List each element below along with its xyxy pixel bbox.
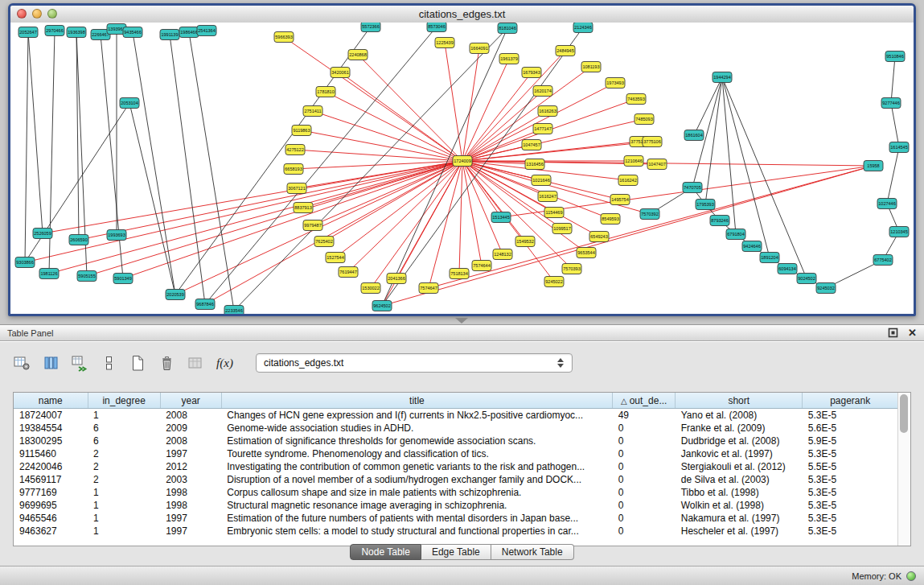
graph-node[interactable]: 1530022 [361,283,380,294]
graph-node[interactable]: 2240868 [348,50,368,60]
column-header-short[interactable]: short [676,393,803,409]
graph-node[interactable]: 1099517 [552,224,572,234]
graph-node[interactable]: 8573046 [427,23,446,32]
graph-node[interactable]: 8837913 [294,203,313,213]
column-header-title[interactable]: title [221,393,612,409]
graph-node[interactable]: 1891204 [760,253,779,263]
graph-node[interactable]: 9510846 [885,51,905,62]
graph-node[interactable]: 1614545 [889,142,909,153]
graph-node[interactable]: 9687846 [195,299,215,310]
graph-node[interactable]: 6094134 [778,264,797,274]
graph-node[interactable]: 1616263 [538,106,557,117]
graph-node[interactable]: 1021646 [532,175,551,186]
graph-node[interactable]: 2233546 [224,306,244,316]
graph-node[interactable]: 1620174 [533,86,552,97]
delete-table-icon[interactable] [156,352,178,374]
graph-node[interactable]: 1477147 [533,124,552,134]
table-row[interactable]: 1938455462009Genome-wide association stu… [14,422,897,435]
zoom-window-button[interactable] [47,9,57,19]
graph-node[interactable]: 9303866 [15,257,35,268]
graph-node[interactable]: 1861604 [684,130,704,141]
minimize-window-button[interactable] [32,9,42,19]
citation-network-graph[interactable]: 1724009122543916640911961379167934316201… [10,23,914,316]
table-row[interactable]: 946554611997Estimation of the future num… [14,512,897,525]
column-header-in-degree[interactable]: in_degree [88,393,160,409]
graph-node[interactable]: 1944294 [713,72,732,83]
graph-node[interactable]: 2606590 [69,235,88,245]
show-columns-icon[interactable] [40,352,62,374]
graph-node[interactable]: 2970466 [45,26,64,36]
graph-node[interactable]: 1081193 [581,62,601,72]
graph-node[interactable]: 9277446 [881,98,901,109]
graph-node[interactable]: 15958 [864,161,883,171]
graph-node[interactable]: 2541364 [197,26,216,36]
graph-node[interactable]: 2053104 [120,98,139,109]
graph-node[interactable]: 1993693 [107,230,126,241]
graph-node[interactable]: 1047457 [522,140,541,150]
graph-node[interactable]: 5572366 [361,23,380,32]
graph-node[interactable]: 7574647 [419,283,438,294]
graph-node[interactable]: 1961379 [499,54,519,64]
graph-node[interactable]: 1154469 [544,208,564,218]
table-row[interactable]: 1872400712008Changes of HCN gene express… [14,409,897,422]
graph-node[interactable]: 7470705 [683,183,702,193]
graph-node[interactable]: 1936398 [67,27,86,38]
close-panel-icon[interactable]: ✕ [908,328,917,338]
graph-node[interactable]: 7570393 [562,264,581,274]
graph-node[interactable]: 2124346 [573,23,593,33]
graph-node[interactable]: 3775106 [643,137,662,147]
network-canvas[interactable]: 1724009122543916640911961379167934316201… [10,23,914,314]
table-settings-icon[interactable] [11,352,33,374]
graph-node[interactable]: 7574644 [472,261,491,271]
graph-node[interactable]: 9979487 [303,220,322,231]
graph-node[interactable]: 1981126 [39,269,59,279]
table-row[interactable]: 1830029562008Estimation of significance … [14,435,897,447]
graph-node[interactable]: 1549532 [515,237,535,247]
graph-node[interactable]: 3067121 [287,183,306,194]
scrollbar-thumb[interactable] [900,394,908,433]
function-builder-icon[interactable]: f(x) [214,352,236,374]
graph-node[interactable]: 9424646 [742,241,762,252]
table-row[interactable]: 946362711997Embryonic stem cells: a mode… [14,525,897,538]
graph-node[interactable]: 1986466 [179,27,199,38]
graph-node[interactable]: 4275122 [285,145,305,155]
graph-node[interactable]: 5905155 [77,271,97,282]
import-table-icon[interactable] [69,352,91,374]
graph-hub-node[interactable]: 1724009 [453,156,472,167]
table-row[interactable]: 911546021997Tourette syndrome. Phenomeno… [14,447,897,460]
graph-node[interactable]: 6549243 [589,232,609,242]
graph-node[interactable]: 1248132 [493,249,512,260]
graph-node[interactable]: 1047407 [647,159,667,170]
graph-node[interactable]: 8549593 [601,214,620,225]
graph-node[interactable]: 1973493 [606,78,625,89]
row-height-icon[interactable] [98,352,120,374]
graph-node[interactable]: 9435466 [123,27,142,38]
graph-node[interactable]: 1027446 [877,199,897,209]
graph-node[interactable]: 9245032 [816,283,836,294]
graph-node[interactable]: 3420061 [331,68,350,78]
graph-node[interactable]: 6791804 [726,229,745,240]
tab-node-table[interactable]: Node Table [350,544,421,560]
graph-node[interactable]: 5901349 [113,274,133,284]
table-selector-combo[interactable]: citations_edges.txt [256,353,573,373]
graph-node[interactable]: 1795393 [696,200,715,210]
graph-node[interactable]: 7463593 [626,94,646,105]
graph-node[interactable]: 2526059 [33,229,52,239]
column-header-name[interactable]: name [14,393,88,409]
tab-network-table[interactable]: Network Table [491,544,574,560]
table-row[interactable]: 977716911998Corpus callosum shape and si… [14,486,897,499]
column-header-out-degree[interactable]: △out_de... [613,393,676,409]
graph-node[interactable]: 1210646 [624,156,643,167]
graph-node[interactable]: 1225439 [435,38,454,48]
graph-node[interactable]: 1679343 [522,68,541,78]
table-row[interactable]: 2242004622012Investigating the contribut… [14,460,897,473]
graph-node[interactable]: 6775402 [873,255,893,266]
float-panel-icon[interactable] [888,328,898,338]
table-row[interactable]: 1456911722003Disruption of a novel membe… [14,473,897,486]
graph-node[interactable]: 9624502 [372,301,392,311]
graph-node[interactable]: 1495754 [610,195,630,205]
table-row[interactable]: 969969511998Structural magnetic resonanc… [14,499,897,512]
graph-node[interactable]: 9119863 [292,126,311,136]
graph-node[interactable]: 2041366 [387,274,406,284]
graph-node[interactable]: 7625402 [314,237,334,247]
